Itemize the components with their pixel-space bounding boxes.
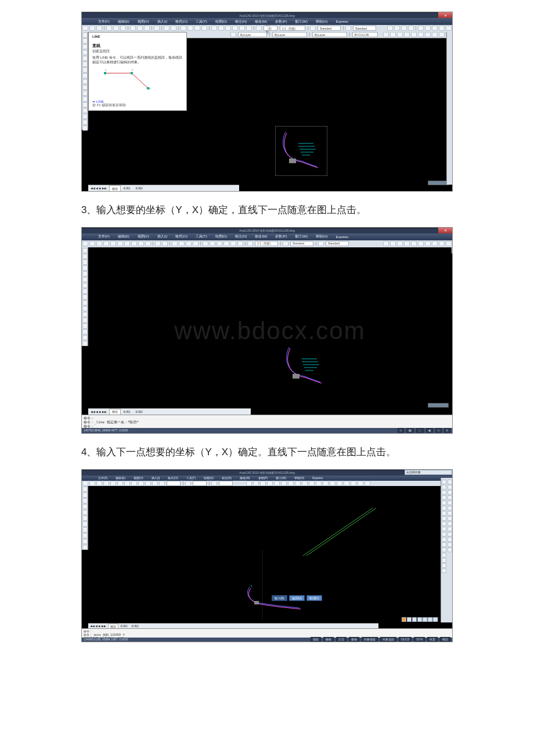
tool-cut-icon[interactable] (130, 26, 136, 31)
tm14-icon[interactable] (337, 481, 342, 486)
tool-pan-icon[interactable] (172, 241, 178, 246)
tm18-icon[interactable] (365, 481, 370, 486)
mv6-icon[interactable] (442, 506, 446, 510)
tool-m1-icon[interactable] (383, 241, 389, 246)
tool-draw-g-icon[interactable] (425, 32, 431, 37)
tool-zoomprev-icon[interactable] (201, 26, 207, 31)
menu-item[interactable]: 修改(M) (240, 476, 250, 480)
tab-layout2[interactable]: 布局2 (133, 185, 145, 191)
menu-item[interactable]: 文件(F) (98, 19, 110, 24)
ellipse-icon[interactable] (82, 300, 88, 305)
menu-item[interactable]: 帮助(H) (316, 19, 327, 24)
tool-mod-6-icon[interactable] (425, 26, 431, 31)
tm5-icon[interactable] (274, 481, 280, 486)
menu-item[interactable]: 视图(V) (134, 476, 143, 480)
tool-help-icon[interactable] (247, 241, 253, 246)
tool-draw-c-icon[interactable] (397, 32, 403, 37)
tab-layout1[interactable]: 布局1 (121, 185, 133, 191)
insertblock-icon[interactable] (82, 312, 88, 317)
tool-paste-icon[interactable] (124, 481, 130, 486)
ellipse-icon[interactable] (82, 85, 88, 90)
status-snap[interactable]: 捕捉 (311, 637, 321, 642)
tray-warn-icon[interactable] (402, 617, 406, 622)
tool-redo-icon[interactable] (162, 241, 168, 246)
mw6-icon[interactable] (448, 506, 452, 510)
tool-mod-4-icon[interactable] (408, 26, 414, 31)
polyline-icon[interactable] (82, 492, 88, 498)
plotstyle-drop[interactable]: BYCOLOR (352, 32, 378, 37)
ellipsearc-icon[interactable] (82, 91, 88, 96)
tab-layout1[interactable]: 布局1 (121, 409, 133, 415)
tray-2-icon[interactable] (412, 617, 417, 622)
tool-m8-icon[interactable] (432, 241, 438, 246)
menu-item[interactable]: 格式(O) (175, 19, 187, 24)
point-icon[interactable] (82, 323, 88, 329)
menu-item[interactable]: 工具(T) (196, 234, 207, 239)
menu-item[interactable]: 插入(I) (157, 19, 168, 24)
mw1-icon[interactable] (448, 480, 452, 484)
tablestyle-drop[interactable]: Standard (326, 241, 349, 246)
mv5-icon[interactable] (442, 501, 446, 505)
tool-preview-icon[interactable] (110, 241, 116, 246)
tool-print-icon[interactable] (103, 241, 109, 246)
tool-match-icon[interactable] (154, 26, 160, 31)
tool-new-icon[interactable] (82, 241, 88, 246)
rectangle-icon[interactable] (82, 271, 88, 276)
mw11-icon[interactable] (448, 532, 452, 537)
polygon-icon[interactable] (82, 50, 88, 55)
tm15-icon[interactable] (344, 481, 349, 486)
line-icon[interactable] (82, 248, 88, 253)
dimstyle-drop[interactable]: Standard (317, 26, 341, 31)
tool-ssm-icon[interactable] (232, 26, 238, 31)
tool-copy-icon[interactable] (117, 481, 123, 486)
tab-nav-icon[interactable]: ◀◀ ◀ ▶ ▶▶ (88, 185, 109, 191)
gradient-icon[interactable] (82, 120, 88, 125)
menu-item[interactable]: 窗口(W) (295, 19, 308, 24)
menu-item[interactable]: 工具(T) (186, 476, 196, 480)
circle-icon[interactable] (82, 516, 88, 521)
tool-props-icon[interactable] (203, 241, 208, 246)
mv15-icon[interactable] (442, 553, 446, 557)
tool-new-icon[interactable] (82, 26, 88, 31)
menu-item[interactable]: 帮助(H) (294, 476, 304, 480)
tm6-icon[interactable] (281, 481, 287, 486)
command-line-area[interactable]: 命令： 命令：_move 找到 121959 个 指定基点或 [位移(D)] <… (82, 628, 452, 638)
tool-m6-icon[interactable] (418, 241, 424, 246)
ellipse-icon[interactable] (82, 527, 88, 532)
style-drop[interactable] (193, 481, 207, 486)
mw10-icon[interactable] (448, 527, 452, 531)
scale-drop[interactable]: 1:1（匹配） (264, 26, 277, 31)
menu-item[interactable]: 绘图(D) (204, 476, 214, 480)
mv9-icon[interactable] (442, 521, 446, 526)
tm16-icon[interactable] (351, 481, 356, 486)
region-icon[interactable] (82, 545, 88, 550)
makeblock-icon[interactable] (82, 102, 88, 107)
tool-props-icon[interactable] (211, 26, 217, 31)
tool-open-icon[interactable] (89, 26, 95, 31)
tool-m10-icon[interactable] (446, 241, 452, 246)
tool-help-icon[interactable] (256, 26, 262, 31)
status-otrack[interactable]: 对象追踪 (380, 637, 396, 642)
status-polar[interactable]: 极轴 (349, 637, 359, 642)
tray-6-icon[interactable] (433, 617, 438, 622)
tm13-icon[interactable] (330, 481, 335, 486)
menu-item[interactable]: 视图(V) (138, 19, 149, 24)
tool-zoom-icon[interactable] (179, 241, 185, 246)
gradient-icon[interactable] (82, 335, 88, 340)
menu-item[interactable]: 插入(I) (151, 476, 160, 480)
polyline-icon[interactable] (82, 44, 88, 49)
mw14-icon[interactable] (448, 548, 452, 552)
mv7-icon[interactable] (442, 511, 446, 516)
tm2-icon[interactable] (253, 481, 259, 486)
annoscale-drop[interactable]: 1:1（匹配） (280, 26, 305, 31)
menu-item[interactable]: 插入(I) (157, 234, 168, 239)
menu-item[interactable]: 格式(O) (175, 234, 187, 239)
menu-item[interactable]: 编辑(E) (118, 19, 129, 24)
menu-item[interactable]: 帮助(H) (316, 234, 327, 239)
tm3-icon[interactable] (260, 481, 266, 486)
menu-item[interactable]: 窗口(W) (276, 476, 286, 480)
menu-item[interactable]: 工具(T) (196, 19, 207, 24)
tool-match-icon[interactable] (145, 241, 151, 246)
menu-item[interactable]: 标注(N) (235, 19, 247, 24)
tool-open-icon[interactable] (89, 481, 95, 486)
